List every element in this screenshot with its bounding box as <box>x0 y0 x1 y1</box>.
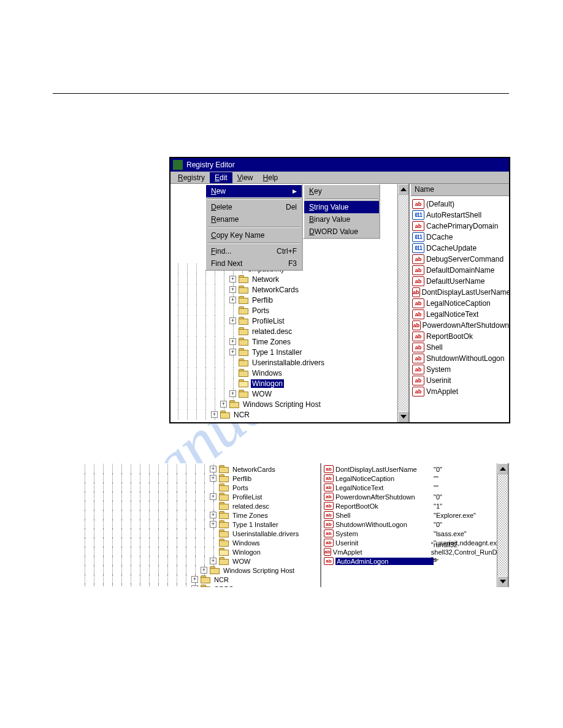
value-row[interactable]: abLegalNoticeText"" <box>324 483 508 492</box>
tree-scrollbar[interactable] <box>397 184 408 422</box>
expand-icon[interactable]: + <box>229 286 236 293</box>
value-row[interactable]: abDontDisplayLastUserName <box>412 287 509 298</box>
scroll-up-button[interactable] <box>398 184 408 195</box>
value-row[interactable]: abSystem"lsass.exe" <box>324 529 508 538</box>
tree-item[interactable]: related.desc <box>173 326 397 336</box>
expand-icon[interactable]: + <box>211 411 218 418</box>
menu-help[interactable]: Help <box>258 172 283 183</box>
tree-item[interactable]: +Type 1 Installer <box>80 520 320 529</box>
menu-item-delete[interactable]: DeleteDel <box>206 201 302 213</box>
menu-item-rename[interactable]: Rename <box>206 213 302 226</box>
expand-icon[interactable]: + <box>210 493 216 500</box>
scroll-down-button[interactable] <box>398 411 408 422</box>
tree-item[interactable]: +Perflib <box>80 474 320 483</box>
value-row[interactable]: abReportBootOk"1" <box>324 501 508 510</box>
tree-item[interactable]: +Windows Scripting Host <box>173 399 397 409</box>
tree-item[interactable]: +WOW <box>80 556 320 566</box>
value-row[interactable]: abDefaultDomainName <box>412 265 509 276</box>
tree-item[interactable]: +ODBC <box>80 584 320 587</box>
tree-item[interactable]: +ProfileList <box>173 316 397 326</box>
tree-item[interactable]: Winlogon <box>80 547 320 556</box>
tree-item[interactable]: related.desc <box>80 501 320 510</box>
value-row[interactable]: abDontDisplayLastUserName"0" <box>324 464 508 474</box>
value-row[interactable]: abLegalNoticeCaption"" <box>324 474 508 483</box>
value-row[interactable]: abCachePrimaryDomain <box>412 221 509 232</box>
tree-item[interactable]: +Network <box>173 274 397 284</box>
tree-item[interactable]: Ports <box>173 305 397 316</box>
value-row[interactable]: abLegalNoticeText <box>412 309 509 320</box>
value-row[interactable]: abDefaultUserName <box>412 276 509 287</box>
menu-registry[interactable]: Registry <box>173 172 210 183</box>
expand-icon[interactable]: + <box>229 338 236 345</box>
tree-item[interactable]: +WOW <box>173 389 397 399</box>
value-row[interactable]: abSystem <box>412 364 509 375</box>
expand-icon[interactable]: + <box>229 349 236 355</box>
value-row[interactable]: ab(Default) <box>412 199 509 210</box>
tree-item[interactable]: +Time Zones <box>80 510 320 520</box>
scroll-track[interactable] <box>497 474 508 576</box>
value-row[interactable]: abUserinit <box>412 375 509 386</box>
expand-icon[interactable]: + <box>210 521 216 528</box>
tree-item[interactable]: Userinstallable.drivers <box>80 529 320 538</box>
value-scrollbar[interactable] <box>497 463 508 587</box>
tree-item[interactable]: Winlogon <box>173 378 397 389</box>
tree-item[interactable]: +Time Zones <box>173 336 397 347</box>
menu-item-findnext[interactable]: Find NextF3 <box>206 257 302 270</box>
titlebar[interactable]: Registry Editor <box>170 158 509 172</box>
menu-item-new-string[interactable]: String Value <box>304 201 379 213</box>
menu-item-new-binary[interactable]: Binary Value <box>304 213 379 226</box>
tree-item[interactable]: +NetworkCards <box>80 464 320 474</box>
tree-item[interactable]: +Type 1 Installer <box>173 347 397 357</box>
tree-item[interactable]: +Perflib <box>173 295 397 305</box>
tree-item[interactable]: Userinstallable.drivers <box>173 357 397 368</box>
value-row[interactable]: 011DCacheUpdate <box>412 243 509 254</box>
value-row[interactable]: abReportBootOk <box>412 331 509 342</box>
tree-item[interactable]: Windows <box>80 538 320 547</box>
tree-item[interactable]: +Windows Scripting Host <box>80 566 320 575</box>
value-row[interactable]: abDebugServerCommand <box>412 254 509 265</box>
scroll-up-button[interactable] <box>497 463 508 474</box>
value-row[interactable]: abLegalNoticeCaption <box>412 298 509 309</box>
expand-icon[interactable]: + <box>191 585 198 587</box>
expand-icon[interactable]: + <box>201 567 207 574</box>
registry-editor-window: Registry Editor Registry Edit View Help … <box>169 157 510 423</box>
tree-item[interactable]: +NetworkCards <box>173 284 397 295</box>
value-row[interactable]: abPowerdownAfterShutdown <box>412 320 509 331</box>
value-row[interactable]: abShutdownWithoutLogon <box>412 353 509 364</box>
menu-item-copykeyname[interactable]: Copy Key Name <box>206 229 302 241</box>
tree-item[interactable]: Ports <box>80 483 320 492</box>
value-row[interactable]: abVmApplet <box>412 386 509 397</box>
value-row[interactable]: abVmApplet"rundll32 shell32,Control_RunD… <box>324 547 508 556</box>
expand-icon[interactable]: + <box>229 276 236 282</box>
menu-edit[interactable]: Edit <box>210 172 232 183</box>
tree-item[interactable]: +NCR <box>80 575 320 584</box>
string-value-icon: ab <box>324 493 334 501</box>
expand-icon[interactable]: + <box>210 512 216 518</box>
menu-view[interactable]: View <box>232 172 258 183</box>
menu-item-new-key[interactable]: Key <box>304 185 379 197</box>
expand-icon[interactable]: + <box>210 558 216 564</box>
expand-icon[interactable]: + <box>220 401 227 408</box>
tree-item[interactable]: +ProfileList <box>80 492 320 501</box>
menu-item-find[interactable]: Find...Ctrl+F <box>206 245 302 257</box>
expand-icon[interactable]: + <box>229 317 236 324</box>
value-row[interactable]: abShutdownWithoutLogon"0" <box>324 520 508 529</box>
value-row[interactable]: abShell <box>412 342 509 353</box>
value-row[interactable]: abShell"Explorer.exe" <box>324 510 508 520</box>
value-list: abDontDisplayLastUserName"0"abLegalNotic… <box>323 463 508 566</box>
tree-item[interactable]: +NCR <box>173 409 397 420</box>
value-row[interactable]: 011DCache <box>412 232 509 243</box>
scroll-track[interactable] <box>398 195 408 411</box>
menu-item-new[interactable]: New▶ <box>206 185 302 197</box>
expand-icon[interactable]: + <box>210 466 216 472</box>
expand-icon[interactable]: + <box>210 475 216 482</box>
scroll-down-button[interactable] <box>497 576 508 587</box>
tree-item[interactable]: Windows <box>173 368 397 378</box>
value-row[interactable]: 011AutoRestartShell <box>412 210 509 221</box>
menu-item-new-dword[interactable]: DWORD Value <box>304 226 379 238</box>
expand-icon[interactable]: + <box>229 390 236 397</box>
column-header-name[interactable]: Name <box>411 184 509 196</box>
expand-icon[interactable]: + <box>191 576 198 583</box>
value-row[interactable]: abPowerdownAfterShutdown"0" <box>324 492 508 501</box>
expand-icon[interactable]: + <box>229 297 236 303</box>
